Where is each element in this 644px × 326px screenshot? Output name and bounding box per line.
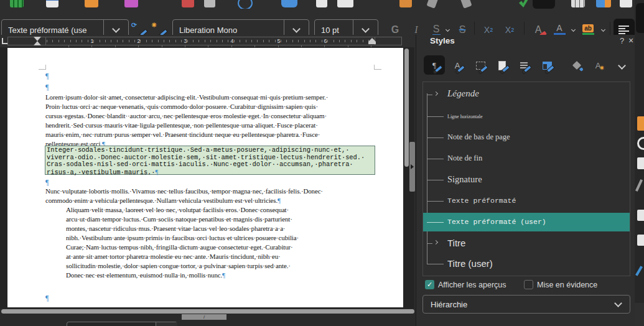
table-icon[interactable] <box>10 0 24 7</box>
check-icon: ✓ <box>427 281 432 288</box>
spelling-icon[interactable] <box>281 0 297 7</box>
list-styles-button[interactable] <box>515 57 533 74</box>
chevron-down-icon <box>618 62 626 70</box>
show-previews-checkbox[interactable]: ✓ <box>425 280 434 289</box>
horizontal-scrollbar-thumb[interactable] <box>1 309 414 314</box>
insert-image-icon[interactable] <box>620 0 632 7</box>
style-item-note-de-fin[interactable]: Note de fin <box>447 154 482 163</box>
export-pdf-icon[interactable] <box>182 0 194 7</box>
sidebar-splitter-handle[interactable] <box>409 142 415 192</box>
text-line: nibh.·Vestibulum·ante·ipsum·primis·in·fa… <box>66 233 353 243</box>
ruler-number: 1 <box>89 38 95 44</box>
chevron-down-icon <box>112 25 120 33</box>
panel-title: Styles <box>430 36 455 45</box>
ruler-number: 6 <box>322 38 329 44</box>
text-line: Integer·sodales·tincidunt·tristique.·Sed… <box>47 147 373 154</box>
character-styles-button[interactable]: A <box>449 57 466 74</box>
document-area: ¶ ¶ Lorem·ipsum·dolor·sit·amet,·consecte… <box>0 47 414 309</box>
formatting-toolbar: Texte préformaté (use ⟳ ✷ Liberation Mon… <box>0 9 635 35</box>
page-styles-button[interactable] <box>493 57 511 74</box>
horizontal-ruler: 1 2 3 4 5 6 7 <box>0 35 414 47</box>
pilcrow-mark: ¶ <box>45 83 49 92</box>
text-line: Cras·sodales·nisl·sed·orci·mattis·iaculi… <box>47 161 373 169</box>
star-icon: ✷ <box>599 64 605 72</box>
highlight-ab-box: ab <box>582 24 594 32</box>
style-item-note-de-bas-de-page[interactable]: Note de bas de page <box>447 133 510 142</box>
indented-paragraph: Aliquam·velit·massa,·laoreet·vel·leo·nec… <box>66 205 353 280</box>
text-line: Aliquam·velit·massa,·laoreet·vel·leo·nec… <box>66 205 353 215</box>
ruler-number: 3 <box>182 38 189 44</box>
star-icon: ✷ <box>151 21 157 29</box>
status-pill[interactable]: / <box>182 314 226 320</box>
style-item-titre[interactable]: Titre <box>447 238 465 248</box>
preformatted-selected-block[interactable]: Integer·sodales·tincidunt·tristique.·Sed… <box>45 146 375 175</box>
manage-changes-tab-icon[interactable] <box>637 235 644 246</box>
insert-table-icon[interactable] <box>571 0 585 7</box>
text-line: cursus·egestas.·Donec·blandit··auctor·ar… <box>45 111 376 121</box>
show-previews-label: Afficher les aperçus <box>438 281 506 289</box>
pressed-toolbar-button[interactable] <box>533 0 555 9</box>
spotlight-checkbox[interactable] <box>524 280 533 289</box>
pilcrow-mark: ¶ <box>45 72 49 81</box>
first-line-indent-marker[interactable] <box>34 37 41 41</box>
page-tab-icon[interactable] <box>635 179 643 192</box>
text-line: commodo·enim·a·vehicula·pellentesque.·Nu… <box>45 196 376 205</box>
table-styles-button[interactable] <box>538 57 556 74</box>
style-item-texte-preformate-user[interactable]: Texte préformaté (user) <box>447 218 546 226</box>
text-line: Donec·nec·est·elementum,·euismod·nulla·i… <box>66 271 353 280</box>
undo-icon[interactable] <box>460 0 472 9</box>
fill-format-mode-button[interactable] <box>568 57 586 74</box>
clipped-combobox[interactable] <box>67 322 177 326</box>
chevron-down-icon <box>362 25 370 33</box>
paragraph-styles-button[interactable]: ¶ <box>424 55 445 75</box>
style-filter-dropdown[interactable]: Hiérarchie <box>422 295 630 314</box>
properties-tab-icon[interactable] <box>637 116 644 131</box>
spotlight-label: Mise en évidence <box>537 281 597 289</box>
style-item-titre-user[interactable]: Titre (user) <box>447 258 493 269</box>
document-page[interactable]: ¶ ¶ Lorem·ipsum·dolor·sit·amet,·consecte… <box>7 48 403 307</box>
text-line: Nunc·vulputate·lobortis·mollis.·Vivamus·… <box>45 187 376 196</box>
track-changes-icon[interactable] <box>519 0 530 7</box>
search-icon[interactable] <box>238 0 253 9</box>
paste-icon[interactable] <box>337 0 353 7</box>
ruler-number: 2 <box>136 38 142 44</box>
new-style-from-selection-button[interactable]: A ✷ <box>589 57 607 74</box>
chevron-down-icon <box>614 299 622 307</box>
style-inspector-tab-icon[interactable] <box>637 210 644 221</box>
text-line: sollicitudin·molestie,·dolor·sapien·cong… <box>66 261 353 271</box>
pilcrow-mark: ¶ <box>156 169 159 175</box>
style-item-ligne-horizontale[interactable]: Ligne horizontale <box>447 114 483 119</box>
left-indent-marker[interactable] <box>34 41 41 45</box>
copy-icon[interactable] <box>316 0 327 7</box>
folder-icon[interactable] <box>85 0 98 7</box>
chevron-down-icon <box>445 27 449 31</box>
text-boundary-corner <box>374 65 381 70</box>
style-item-signature[interactable]: Signature <box>447 174 482 185</box>
pilcrow-mark: ¶ <box>45 294 49 303</box>
clipped-main-toolbar <box>0 0 635 9</box>
style-item-texte-preformate[interactable]: Texte préformaté <box>447 197 516 205</box>
ruler-number: 4 <box>229 38 235 44</box>
clipped-tab-button[interactable] <box>636 3 644 33</box>
panel-help-button[interactable]: ? <box>620 36 624 45</box>
sidebar-tab-strip <box>635 0 644 326</box>
save-icon[interactable] <box>46 0 58 7</box>
frame-styles-button[interactable] <box>472 57 489 74</box>
gallery-icon[interactable] <box>124 0 138 7</box>
collapse-arrow-icon <box>411 164 414 169</box>
gallery-tab-icon[interactable] <box>637 137 644 150</box>
insert-chart-icon[interactable] <box>596 0 611 7</box>
vertical-scrollbar-thumb[interactable] <box>404 49 409 167</box>
navigator-tab-icon[interactable] <box>637 157 644 169</box>
panel-close-button[interactable]: × <box>628 35 633 45</box>
chevron-down-icon <box>292 25 301 33</box>
page-indicator: / <box>203 314 205 320</box>
style-item-legende[interactable]: Légende <box>447 88 479 99</box>
text-line: mauris·enim,·nec·rutrum·purus·semper·vel… <box>45 130 376 139</box>
clipboard-icon[interactable] <box>399 0 412 7</box>
styles-actions-menu-button[interactable] <box>613 58 630 75</box>
style-filter-value[interactable]: Hiérarchie <box>423 296 615 313</box>
text-boundary-corner <box>39 65 46 70</box>
print-icon[interactable] <box>204 0 215 7</box>
clone-formatting-icon[interactable] <box>426 0 438 9</box>
